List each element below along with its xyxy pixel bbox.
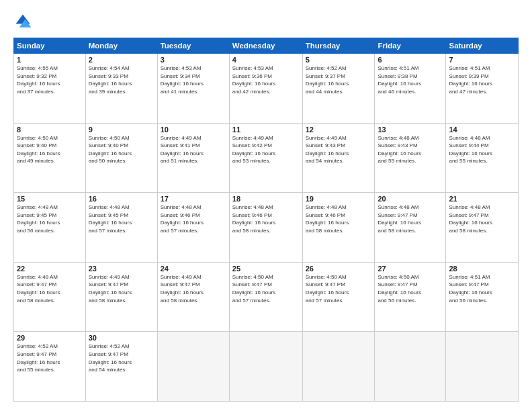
day-info: Sunrise: 4:50 AM Sunset: 9:47 PM Dayligh… — [232, 273, 300, 304]
day-cell — [157, 332, 229, 402]
calendar-table: SundayMondayTuesdayWednesdayThursdayFrid… — [13, 38, 519, 402]
day-cell: 9Sunrise: 4:50 AM Sunset: 9:40 PM Daylig… — [85, 123, 157, 193]
day-number: 10 — [161, 126, 226, 134]
day-info: Sunrise: 4:52 AM Sunset: 9:37 PM Dayligh… — [306, 64, 372, 95]
day-number: 28 — [449, 265, 515, 273]
day-cell: 26Sunrise: 4:50 AM Sunset: 9:47 PM Dayli… — [302, 262, 375, 332]
day-number: 16 — [89, 195, 154, 203]
day-number: 25 — [232, 265, 300, 273]
day-info: Sunrise: 4:48 AM Sunset: 9:47 PM Dayligh… — [449, 203, 515, 234]
day-number: 21 — [449, 195, 515, 203]
day-number: 14 — [449, 126, 515, 134]
header — [13, 12, 519, 31]
day-info: Sunrise: 4:48 AM Sunset: 9:43 PM Dayligh… — [378, 134, 443, 165]
day-cell: 25Sunrise: 4:50 AM Sunset: 9:47 PM Dayli… — [229, 262, 302, 332]
day-info: Sunrise: 4:49 AM Sunset: 9:43 PM Dayligh… — [306, 134, 372, 165]
day-cell: 10Sunrise: 4:49 AM Sunset: 9:41 PM Dayli… — [157, 123, 229, 193]
day-cell — [375, 332, 446, 402]
day-info: Sunrise: 4:50 AM Sunset: 9:40 PM Dayligh… — [89, 134, 154, 165]
day-cell: 1Sunrise: 4:55 AM Sunset: 9:32 PM Daylig… — [14, 54, 86, 124]
day-number: 19 — [306, 195, 372, 203]
day-info: Sunrise: 4:49 AM Sunset: 9:47 PM Dayligh… — [161, 273, 226, 304]
day-number: 22 — [17, 265, 83, 273]
day-number: 17 — [161, 195, 226, 203]
day-cell: 12Sunrise: 4:49 AM Sunset: 9:43 PM Dayli… — [302, 123, 375, 193]
day-info: Sunrise: 4:48 AM Sunset: 9:46 PM Dayligh… — [161, 203, 226, 234]
day-cell: 14Sunrise: 4:48 AM Sunset: 9:44 PM Dayli… — [446, 123, 519, 193]
day-number: 15 — [17, 195, 83, 203]
day-info: Sunrise: 4:53 AM Sunset: 9:34 PM Dayligh… — [161, 64, 226, 95]
day-info: Sunrise: 4:49 AM Sunset: 9:42 PM Dayligh… — [232, 134, 300, 165]
day-number: 24 — [161, 265, 226, 273]
day-number: 26 — [306, 265, 372, 273]
day-cell: 20Sunrise: 4:48 AM Sunset: 9:47 PM Dayli… — [375, 193, 446, 263]
day-cell: 4Sunrise: 4:53 AM Sunset: 9:36 PM Daylig… — [229, 54, 302, 124]
day-number: 18 — [232, 195, 300, 203]
day-cell: 28Sunrise: 4:51 AM Sunset: 9:47 PM Dayli… — [446, 262, 519, 332]
day-number: 9 — [89, 126, 154, 134]
day-cell: 29Sunrise: 4:52 AM Sunset: 9:47 PM Dayli… — [14, 332, 86, 402]
day-info: Sunrise: 4:51 AM Sunset: 9:38 PM Dayligh… — [378, 64, 443, 95]
day-info: Sunrise: 4:53 AM Sunset: 9:36 PM Dayligh… — [232, 64, 300, 95]
day-cell: 18Sunrise: 4:48 AM Sunset: 9:46 PM Dayli… — [229, 193, 302, 263]
logo-icon — [13, 12, 32, 31]
day-info: Sunrise: 4:50 AM Sunset: 9:47 PM Dayligh… — [306, 273, 372, 304]
day-info: Sunrise: 4:48 AM Sunset: 9:45 PM Dayligh… — [17, 203, 83, 234]
header-day: Saturday — [446, 38, 519, 54]
day-number: 8 — [17, 126, 83, 134]
day-cell: 17Sunrise: 4:48 AM Sunset: 9:46 PM Dayli… — [157, 193, 229, 263]
day-number: 23 — [89, 265, 154, 273]
day-number: 11 — [232, 126, 300, 134]
day-cell: 5Sunrise: 4:52 AM Sunset: 9:37 PM Daylig… — [302, 54, 375, 124]
day-cell: 30Sunrise: 4:52 AM Sunset: 9:47 PM Dayli… — [85, 332, 157, 402]
day-number: 2 — [89, 56, 154, 64]
day-info: Sunrise: 4:50 AM Sunset: 9:47 PM Dayligh… — [378, 273, 443, 304]
page: SundayMondayTuesdayWednesdayThursdayFrid… — [0, 0, 532, 411]
day-info: Sunrise: 4:51 AM Sunset: 9:47 PM Dayligh… — [449, 273, 515, 304]
day-cell: 16Sunrise: 4:48 AM Sunset: 9:45 PM Dayli… — [85, 193, 157, 263]
day-info: Sunrise: 4:49 AM Sunset: 9:41 PM Dayligh… — [161, 134, 226, 165]
day-number: 4 — [232, 56, 300, 64]
day-cell: 13Sunrise: 4:48 AM Sunset: 9:43 PM Dayli… — [375, 123, 446, 193]
day-cell: 2Sunrise: 4:54 AM Sunset: 9:33 PM Daylig… — [85, 54, 157, 124]
day-number: 12 — [306, 126, 372, 134]
header-day: Friday — [375, 38, 446, 54]
week-row: 8Sunrise: 4:50 AM Sunset: 9:40 PM Daylig… — [14, 123, 519, 193]
day-info: Sunrise: 4:48 AM Sunset: 9:47 PM Dayligh… — [17, 273, 83, 304]
day-cell: 8Sunrise: 4:50 AM Sunset: 9:40 PM Daylig… — [14, 123, 86, 193]
day-number: 5 — [306, 56, 372, 64]
day-number: 30 — [89, 334, 154, 342]
day-number: 27 — [378, 265, 443, 273]
day-cell: 3Sunrise: 4:53 AM Sunset: 9:34 PM Daylig… — [157, 54, 229, 124]
day-info: Sunrise: 4:48 AM Sunset: 9:47 PM Dayligh… — [378, 203, 443, 234]
header-row: SundayMondayTuesdayWednesdayThursdayFrid… — [14, 38, 519, 54]
week-row: 15Sunrise: 4:48 AM Sunset: 9:45 PM Dayli… — [14, 193, 519, 263]
day-cell: 22Sunrise: 4:48 AM Sunset: 9:47 PM Dayli… — [14, 262, 86, 332]
day-info: Sunrise: 4:50 AM Sunset: 9:40 PM Dayligh… — [17, 134, 83, 165]
day-number: 3 — [161, 56, 226, 64]
day-info: Sunrise: 4:52 AM Sunset: 9:47 PM Dayligh… — [89, 342, 154, 373]
day-info: Sunrise: 4:54 AM Sunset: 9:33 PM Dayligh… — [89, 64, 154, 95]
day-info: Sunrise: 4:49 AM Sunset: 9:47 PM Dayligh… — [89, 273, 154, 304]
logo — [13, 12, 35, 31]
header-day: Thursday — [302, 38, 375, 54]
day-info: Sunrise: 4:55 AM Sunset: 9:32 PM Dayligh… — [17, 64, 83, 95]
day-info: Sunrise: 4:52 AM Sunset: 9:47 PM Dayligh… — [17, 342, 83, 373]
day-cell: 6Sunrise: 4:51 AM Sunset: 9:38 PM Daylig… — [375, 54, 446, 124]
day-cell: 23Sunrise: 4:49 AM Sunset: 9:47 PM Dayli… — [85, 262, 157, 332]
header-day: Monday — [85, 38, 157, 54]
day-number: 1 — [17, 56, 83, 64]
week-row: 29Sunrise: 4:52 AM Sunset: 9:47 PM Dayli… — [14, 332, 519, 402]
day-info: Sunrise: 4:48 AM Sunset: 9:45 PM Dayligh… — [89, 203, 154, 234]
day-cell: 19Sunrise: 4:48 AM Sunset: 9:46 PM Dayli… — [302, 193, 375, 263]
day-cell: 24Sunrise: 4:49 AM Sunset: 9:47 PM Dayli… — [157, 262, 229, 332]
day-number: 29 — [17, 334, 83, 342]
day-cell: 21Sunrise: 4:48 AM Sunset: 9:47 PM Dayli… — [446, 193, 519, 263]
day-info: Sunrise: 4:48 AM Sunset: 9:44 PM Dayligh… — [449, 134, 515, 165]
day-info: Sunrise: 4:51 AM Sunset: 9:39 PM Dayligh… — [449, 64, 515, 95]
day-number: 20 — [378, 195, 443, 203]
day-number: 13 — [378, 126, 443, 134]
day-info: Sunrise: 4:48 AM Sunset: 9:46 PM Dayligh… — [232, 203, 300, 234]
day-cell: 15Sunrise: 4:48 AM Sunset: 9:45 PM Dayli… — [14, 193, 86, 263]
day-number: 7 — [449, 56, 515, 64]
